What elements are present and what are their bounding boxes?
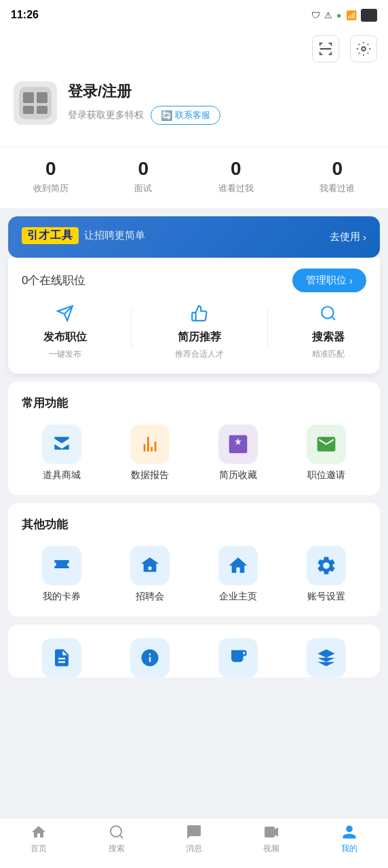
chevron-right-icon: ›: [363, 231, 366, 243]
func-item-data[interactable]: 数据报告: [110, 425, 190, 481]
svg-rect-2: [19, 87, 52, 119]
warn-icon: ⚠: [324, 10, 332, 20]
saved-resumes-icon: [218, 425, 258, 464]
func-item-invite[interactable]: 职位邀请: [286, 425, 366, 481]
partial-func-2[interactable]: [110, 638, 190, 677]
svg-rect-6: [37, 106, 47, 114]
partial-func-1[interactable]: [22, 638, 102, 677]
other-functions-grid: 我的卡券 招聘会 企业主页: [22, 546, 366, 603]
other-functions-title: 其他功能: [22, 517, 366, 532]
svg-marker-14: [275, 827, 278, 837]
quick-actions: 发布职位 一键发布 简历推荐 推荐合适人才: [22, 304, 366, 360]
profile-title[interactable]: 登录/注册: [68, 81, 374, 102]
wifi-icon: 📶: [346, 10, 357, 20]
nav-home[interactable]: 首页: [18, 824, 59, 854]
scan-button[interactable]: [312, 35, 339, 62]
store-icon: [42, 425, 81, 464]
manage-jobs-button[interactable]: 管理职位 ›: [292, 269, 366, 292]
profile-info: 登录/注册 登录获取更多特权 🔄 联系客服: [68, 81, 374, 125]
status-time: 11:26: [11, 9, 39, 21]
tool-goto-button[interactable]: 去使用 ›: [330, 231, 366, 243]
battery-indicator: 59: [361, 9, 377, 22]
green-dot-icon: ●: [336, 10, 342, 20]
partial-icon-3: [218, 638, 258, 677]
tool-banner-info: 引才工具 让招聘更简单: [22, 227, 145, 247]
func-item-company-page[interactable]: 企业主页: [198, 546, 278, 603]
partial-icon-1: [42, 638, 81, 677]
data-icon: [130, 425, 170, 464]
partial-functions-row: [8, 625, 380, 677]
nav-search[interactable]: 搜索: [96, 824, 137, 854]
func-item-saved-resumes[interactable]: 简历收藏: [198, 425, 278, 481]
search-tool-icon: [319, 304, 337, 326]
partial-func-3[interactable]: [198, 638, 278, 677]
common-functions-grid: 道具商城 数据报告 简历收藏: [22, 425, 366, 481]
quick-action-resume-recommend[interactable]: 简历推荐 推荐合适人才: [175, 304, 224, 360]
svg-point-1: [362, 47, 366, 51]
status-bar: 11:26 🛡 ⚠ ● 📶 59: [0, 0, 388, 30]
resume-recommend-icon: [191, 304, 208, 326]
common-functions-section: 常用功能 道具商城 数据报告: [8, 382, 380, 495]
svg-line-12: [119, 835, 122, 838]
coupon-icon: [42, 546, 81, 585]
func-item-store[interactable]: 道具商城: [22, 425, 102, 481]
invite-icon: [307, 425, 346, 464]
avatar[interactable]: [14, 81, 57, 125]
account-settings-icon: [307, 546, 346, 585]
partial-func-4[interactable]: [286, 638, 366, 677]
func-item-job-fair[interactable]: 招聘会: [110, 546, 190, 603]
bottom-nav: 首页 搜索 消息 视频 我的: [0, 818, 388, 868]
shield-icon: 🛡: [311, 10, 320, 20]
stat-who-viewed-me[interactable]: 0 谁看过我: [218, 158, 254, 195]
top-action-bar: [0, 30, 388, 68]
svg-rect-5: [23, 106, 34, 114]
nav-messages[interactable]: 消息: [174, 824, 214, 854]
contact-customer-service-button[interactable]: 🔄 联系客服: [151, 106, 220, 125]
tool-banner[interactable]: 引才工具 让招聘更简单 去使用 ›: [8, 216, 380, 258]
svg-rect-13: [265, 827, 275, 837]
job-fair-icon: [130, 546, 170, 585]
nav-video[interactable]: 视频: [251, 824, 292, 854]
svg-point-9: [322, 307, 333, 318]
svg-point-11: [111, 826, 121, 837]
quick-action-post-job[interactable]: 发布职位 一键发布: [43, 304, 87, 360]
company-page-icon: [218, 546, 258, 585]
settings-button[interactable]: [350, 35, 377, 62]
svg-rect-4: [37, 92, 47, 103]
partial-icon-4: [307, 638, 346, 677]
stat-received-resumes[interactable]: 0 收到简历: [33, 158, 69, 195]
func-item-coupon[interactable]: 我的卡券: [22, 546, 102, 603]
jobs-count-label: 0个在线职位: [22, 273, 85, 288]
tool-banner-subtitle: 让招聘更简单: [84, 229, 145, 242]
profile-header: 登录/注册 登录获取更多特权 🔄 联系客服: [0, 68, 388, 146]
stats-row: 0 收到简历 0 面试 0 谁看过我 0 我看过谁: [0, 146, 388, 208]
partial-icon-2: [130, 638, 170, 677]
common-functions-title: 常用功能: [22, 395, 366, 411]
quick-action-search[interactable]: 搜索器 精准匹配: [312, 304, 345, 360]
tool-banner-tag: 引才工具: [22, 227, 79, 244]
chevron-right-icon: ›: [349, 275, 353, 286]
jobs-section: 0个在线职位 管理职位 › 发布职位 一键发布: [8, 258, 380, 374]
other-functions-section: 其他功能 我的卡券 招聘会: [8, 503, 380, 616]
svg-line-10: [332, 317, 335, 320]
post-job-icon: [56, 304, 74, 326]
profile-subtitle: 登录获取更多特权: [68, 109, 144, 121]
nav-profile[interactable]: 我的: [329, 824, 370, 854]
stat-who-i-viewed[interactable]: 0 我看过谁: [319, 158, 355, 195]
func-item-account-settings[interactable]: 账号设置: [286, 546, 366, 603]
stat-interviews[interactable]: 0 面试: [134, 158, 152, 195]
status-icons: 🛡 ⚠ ● 📶 59: [311, 9, 377, 22]
svg-rect-3: [23, 92, 34, 103]
